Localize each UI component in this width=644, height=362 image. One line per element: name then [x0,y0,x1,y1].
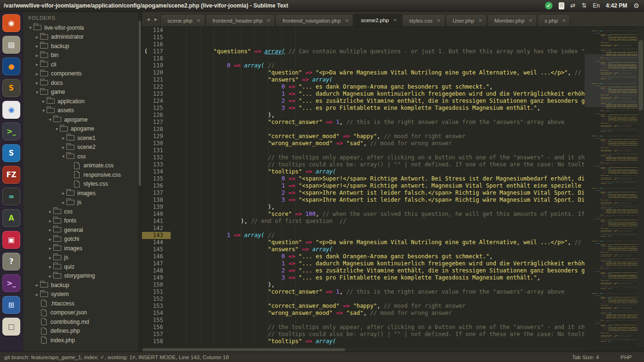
code-line-139[interactable]: 139 ), [141,204,585,211]
tree-item-apogame[interactable]: ▾apogame [23,124,141,134]
workspace-switcher-icon[interactable]: ⊞ [2,296,20,314]
syntax-indicator[interactable]: PHP [620,354,632,360]
code-line-116[interactable]: 116 [141,41,585,48]
code-line-150[interactable]: 150 ), [141,281,585,288]
tree-item-general[interactable]: ▸general [23,225,141,235]
line-number[interactable]: 151 [141,288,171,296]
code-line-149[interactable]: 149 3 => "... es pro Filmtablette eine k… [141,274,585,281]
disclosure-arrow-icon[interactable]: ▾ [47,117,53,122]
code-line-145[interactable]: 145 "answers" => array( [141,246,585,253]
line-number[interactable]: 140 [141,211,171,218]
code-line-152[interactable]: 152 [141,296,585,303]
tree-item-composer.json[interactable]: composer.json [23,308,141,318]
network-icon[interactable]: ⇄ [570,2,576,9]
code-line-125[interactable]: 125 3 => "... es pro Filmtablette eine k… [141,105,585,112]
code-line-154[interactable]: 154 "wrong_answer_mood" => "sad", // moo… [141,310,585,317]
code-line-136[interactable]: 136 1 => "<span>Super!</span> Richtige a… [141,182,585,189]
tree-item-gotchi[interactable]: ▸gotchi [23,235,141,244]
tree-item-scene1[interactable]: ▸scene1 [23,133,141,143]
code-line-140[interactable]: 140 "score" => 100, // when the user sol… [141,211,585,218]
tree-item-animate.css[interactable]: animate.css [23,161,141,171]
code-line-137[interactable]: 137 2 => "<span>Ihre Antwort ist leider … [141,189,585,197]
tree-item-contributing.md[interactable]: contributing.md [23,317,141,327]
code-line-134[interactable]: 134 "tooltips" => array( [141,168,585,175]
code-line-129[interactable]: 129 "correct_answer_mood" => "happy", //… [141,133,585,140]
code-line-157[interactable]: 157 // tooltips could also be: array() |… [141,331,585,338]
disclosure-arrow-icon[interactable]: ▸ [47,227,53,232]
line-number[interactable]: 114 [141,27,171,34]
tab-frontend_navigation.php[interactable]: frontend_navigation.php× [275,14,353,26]
code-line-158[interactable]: 158 "tooltips" => array( [141,338,585,345]
tree-item-styles.css[interactable]: styles.css [23,180,141,189]
code-line-119[interactable]: 119 0 => array( // [141,62,585,69]
close-tab-icon[interactable]: × [345,18,349,24]
tree-item-application[interactable]: ▸application [23,97,141,106]
next-tab-button[interactable]: ▸ [152,16,160,23]
line-number[interactable]: 147 [141,260,171,267]
disclosure-arrow-icon[interactable]: ▸ [47,273,53,279]
line-number[interactable]: 135 [141,175,171,182]
line-number[interactable]: 138 [141,197,171,204]
disclosure-arrow-icon[interactable]: ▸ [47,255,53,260]
tab-scene2.php[interactable]: scene2.php× [354,14,401,26]
tree-item-css[interactable]: ▾css [23,152,141,161]
line-number[interactable]: 142 [141,225,171,232]
sublime-text-icon[interactable]: S [2,79,20,97]
code-lines[interactable]: 114115116117( "questions" => array( // C… [141,27,585,347]
line-number[interactable]: 124 [141,98,171,105]
line-number[interactable]: 137 [141,189,171,197]
tree-item-js[interactable]: ▸js [23,253,141,263]
android-studio-icon[interactable]: A [2,209,20,227]
line-number[interactable]: 156 [141,324,171,331]
tree-item-quiz[interactable]: ▸quiz [23,262,141,272]
tree-item-defines.php[interactable]: defines.php [23,327,141,336]
filezilla-icon[interactable]: FZ [2,166,20,184]
line-number[interactable]: 128 [141,126,171,133]
tab-size-indicator[interactable]: Tab Size: 4 [572,354,599,360]
disclosure-arrow-icon[interactable]: ▸ [47,209,53,214]
code-line-133[interactable]: 133 // tooltips could also be: array() |… [141,161,585,168]
tab-scene.php[interactable]: scene.php× [160,14,205,26]
code-line-126[interactable]: 126 ), [141,112,585,119]
code-line-135[interactable]: 135 0 => "<span>Super!</span> Richtige A… [141,175,585,182]
disclosure-arrow-icon[interactable]: ▸ [34,34,40,40]
media-app-icon[interactable]: ▣ [2,231,20,249]
code-line-128[interactable]: 128 [141,126,585,133]
disclosure-arrow-icon[interactable]: ▾ [54,126,60,132]
line-number[interactable]: 120 [141,69,171,76]
code-line-121[interactable]: 121 "answers" => array( [141,76,585,83]
sidebar-scrollbar-thumb[interactable] [139,21,141,186]
close-tab-icon[interactable]: × [562,18,566,24]
disclosure-arrow-icon[interactable]: ▸ [47,264,53,269]
line-number[interactable]: 132 [141,154,171,161]
close-tab-icon[interactable]: × [479,18,482,24]
tab-User.php[interactable]: User.php× [446,14,487,26]
tree-item-storygaming[interactable]: ▸storygaming [23,272,141,281]
disclosure-arrow-icon[interactable]: ▸ [34,62,40,67]
code-line-151[interactable]: 151 "correct_answer" => 1, // this is th… [141,288,585,296]
line-number[interactable]: 127 [141,119,171,126]
tree-item-docs[interactable]: ▸docs [23,78,141,88]
tree-item-.htaccess[interactable]: .htaccess [23,299,141,308]
line-number[interactable]: 119 [141,62,171,69]
code-line-142[interactable]: 142 [141,225,585,232]
code-line-138[interactable]: 138 3 => "<span>Ihre Antwort ist leider … [141,197,585,204]
line-number[interactable]: 133 [141,161,171,168]
dash-home-icon[interactable]: ◉ [2,14,20,32]
line-number[interactable]: 121 [141,76,171,83]
terminal-alt-icon[interactable]: >_ [2,274,20,292]
close-tab-icon[interactable]: × [437,18,440,24]
disclosure-arrow-icon[interactable]: ▸ [60,200,66,205]
code-line-148[interactable]: 148 2 => "... es zusätzliche Vitamine en… [141,267,585,274]
line-number[interactable]: 131 [141,147,171,154]
tree-item-css[interactable]: ▸css [23,207,141,216]
line-number[interactable]: 141 [141,218,171,225]
system-monitor-icon[interactable]: ≈ [2,188,20,206]
settings-gear-icon[interactable]: ⚙ [633,2,639,9]
keyboard-layout-indicator[interactable]: En [593,2,600,9]
disclosure-arrow-icon[interactable]: ▸ [34,282,40,288]
disclosure-arrow-icon[interactable]: ▾ [41,108,47,113]
code-line-130[interactable]: 130 "wrong_answer_mood" => "sad", // moo… [141,140,585,147]
line-number[interactable]: 149 [141,274,171,281]
line-number[interactable]: 150 [141,281,171,288]
